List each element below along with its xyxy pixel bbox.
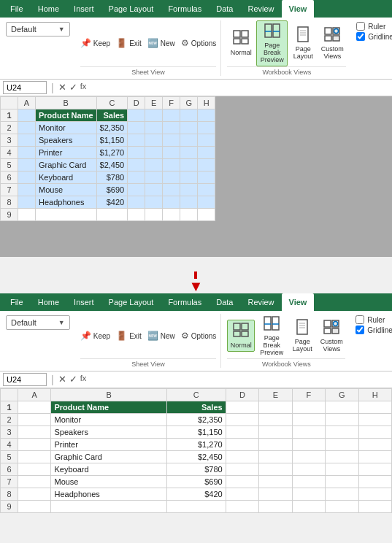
row-2-c[interactable]: $2,350	[96, 121, 128, 134]
bottom-row-6-b[interactable]: Keyboard	[51, 463, 166, 475]
row-8-c[interactable]: $420	[96, 196, 128, 208]
bottom-page-break-view-btn[interactable]: Page BreakPreview	[256, 314, 287, 358]
bottom-row-3-c[interactable]: $1,150	[166, 425, 226, 438]
bottom-normal-icon	[232, 322, 250, 340]
bottom-gridlines-checkbox-row[interactable]: Gridlines	[356, 326, 392, 334]
bottom-tab-insert[interactable]: Insert	[66, 293, 101, 311]
bottom-row-5-c[interactable]: $2,450	[166, 450, 226, 463]
tab-file[interactable]: File	[3, 0, 31, 18]
tab-home[interactable]: Home	[31, 0, 66, 18]
confirm-formula-icon[interactable]: ✓	[69, 82, 77, 93]
bottom-row-7-b[interactable]: Mouse	[51, 475, 166, 488]
row-6-b[interactable]: Keyboard	[36, 171, 97, 183]
bottom-row-4-f	[292, 438, 325, 450]
row-8-b[interactable]: Headphones	[36, 196, 97, 208]
bottom-row-6-c[interactable]: $780	[166, 463, 226, 475]
bottom-row-1-b[interactable]: Product Name	[51, 401, 166, 413]
row-1-b[interactable]: Product Name	[36, 109, 97, 121]
bottom-sv-exit[interactable]: 🚪 Exit	[116, 331, 142, 341]
bottom-row-3-g	[326, 425, 358, 438]
bottom-tab-file[interactable]: File	[3, 293, 31, 311]
row-2-b[interactable]: Monitor	[36, 121, 97, 134]
normal-view-btn[interactable]: Normal	[227, 28, 255, 58]
bottom-page-break-icon	[263, 315, 280, 334]
row-4-c[interactable]: $1,270	[96, 146, 128, 158]
bottom-row-4-b[interactable]: Printer	[51, 438, 166, 450]
bottom-row-5-f	[292, 450, 325, 463]
bottom-row-1-c[interactable]: Sales	[166, 401, 226, 413]
row-9-num: 9	[1, 208, 18, 220]
tab-data[interactable]: Data	[209, 0, 240, 18]
sv-exit[interactable]: 🚪 Exit	[116, 38, 142, 48]
bottom-row-1-num: 1	[1, 401, 18, 413]
bottom-tab-review[interactable]: Review	[240, 293, 281, 311]
tab-page-layout[interactable]: Page Layout	[101, 0, 161, 18]
bottom-insert-function-icon[interactable]: fx	[80, 374, 87, 385]
gridlines-checkbox-row[interactable]: Gridlines	[356, 32, 392, 41]
row-7-b[interactable]: Mouse	[36, 183, 97, 196]
sv-new[interactable]: 🆕 New	[147, 38, 175, 48]
custom-views-btn[interactable]: CustomViews	[318, 25, 346, 62]
tab-view[interactable]: View	[282, 0, 315, 18]
cancel-formula-icon[interactable]: ✕	[58, 82, 66, 93]
tab-formulas[interactable]: Formulas	[161, 0, 209, 18]
sv-new-label: New	[161, 39, 175, 47]
bottom-tab-formulas[interactable]: Formulas	[161, 293, 209, 311]
tab-insert[interactable]: Insert	[66, 0, 101, 18]
tab-review[interactable]: Review	[240, 0, 281, 18]
normal-icon	[232, 29, 250, 47]
bottom-tab-data[interactable]: Data	[209, 293, 240, 311]
ruler-checkbox[interactable]	[356, 22, 365, 31]
col-h-header: H	[198, 96, 215, 109]
bottom-row-2-a	[18, 413, 51, 425]
bottom-row-8-b[interactable]: Headphones	[51, 488, 166, 500]
bottom-formula-input[interactable]	[89, 374, 389, 385]
bottom-tab-page-layout[interactable]: Page Layout	[101, 293, 161, 311]
gridlines-checkbox[interactable]	[356, 32, 365, 41]
bottom-row-3-b[interactable]: Speakers	[51, 425, 166, 438]
bottom-ruler-checkbox-row[interactable]: Ruler	[356, 315, 392, 324]
top-formula-input[interactable]	[89, 82, 389, 93]
bottom-custom-views-btn[interactable]: CustomViews	[318, 317, 345, 355]
formula-divider: |	[51, 82, 54, 93]
row-5-b[interactable]: Graphic Card	[36, 158, 97, 171]
top-ribbon-body: Default ▼ 📌 Keep 🚪 Exit 🆕 New	[0, 18, 392, 80]
bottom-sv-new[interactable]: 🆕 New	[147, 331, 175, 341]
bottom-tab-view[interactable]: View	[282, 293, 315, 311]
row-3-b[interactable]: Speakers	[36, 134, 97, 146]
bottom-row-4-c[interactable]: $1,270	[166, 438, 226, 450]
bottom-normal-view-btn[interactable]: Normal	[227, 320, 255, 352]
bottom-row-7-c[interactable]: $690	[166, 475, 226, 488]
row-4-b[interactable]: Printer	[36, 146, 97, 158]
insert-function-icon[interactable]: fx	[80, 82, 87, 93]
bottom-sv-keep[interactable]: 📌 Keep	[80, 331, 110, 341]
bottom-ruler-checkbox[interactable]	[356, 315, 364, 324]
bottom-row-8-c[interactable]: $420	[166, 488, 226, 500]
sheet-view-dropdown[interactable]: Default ▼	[6, 22, 70, 36]
ruler-checkbox-row[interactable]: Ruler	[356, 22, 392, 31]
row-5-c[interactable]: $2,450	[96, 158, 128, 171]
bottom-row-5-b[interactable]: Graphic Card	[51, 450, 166, 463]
bottom-gridlines-checkbox[interactable]	[356, 326, 364, 334]
row-1-c[interactable]: Sales	[96, 109, 128, 121]
top-name-box[interactable]	[3, 81, 47, 94]
bottom-name-box[interactable]	[3, 373, 47, 386]
bottom-tab-home[interactable]: Home	[31, 293, 66, 311]
bottom-row-2-c[interactable]: $2,350	[166, 413, 226, 425]
bottom-cancel-formula-icon[interactable]: ✕	[58, 374, 66, 385]
table-row: 4 Printer $1,270	[1, 438, 392, 450]
sv-options[interactable]: ⚙ Options	[181, 38, 216, 48]
row-6-c[interactable]: $780	[96, 171, 128, 183]
bottom-page-layout-view-btn[interactable]: PageLayout	[288, 317, 316, 355]
bottom-sheet-view-dropdown[interactable]: Default ▼	[6, 315, 70, 330]
row-3-c[interactable]: $1,150	[96, 134, 128, 146]
row-7-c[interactable]: $690	[96, 183, 128, 196]
bottom-row-2-b[interactable]: Monitor	[51, 413, 166, 425]
sv-keep[interactable]: 📌 Keep	[80, 38, 110, 48]
svg-rect-12	[325, 28, 331, 34]
page-break-view-btn[interactable]: Page BreakPreview	[256, 20, 288, 66]
bottom-sv-options[interactable]: ⚙ Options	[181, 331, 216, 341]
bottom-confirm-formula-icon[interactable]: ✓	[69, 374, 77, 385]
row-2-d	[128, 121, 145, 134]
page-layout-view-btn[interactable]: PageLayout	[289, 25, 317, 62]
